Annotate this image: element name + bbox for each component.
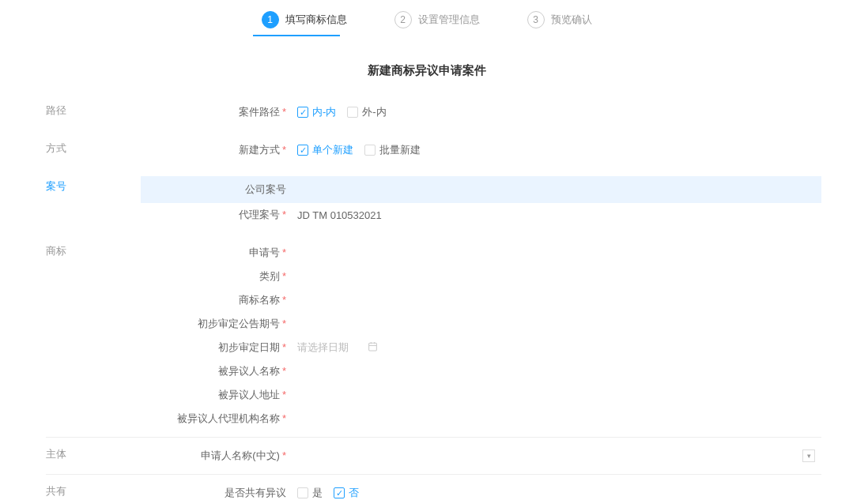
step-underline	[253, 35, 340, 36]
calendar-icon	[368, 341, 378, 354]
step-1[interactable]: 1 填写商标信息	[262, 11, 347, 28]
field-opposed-addr-label: 被异议人地址*	[141, 388, 293, 402]
checkbox-inner-inner[interactable]: ✓ 内-内	[297, 105, 336, 119]
field-prelim-date-label: 初步审定日期*	[141, 340, 293, 355]
field-prelim-pub-no-value[interactable]	[293, 312, 821, 336]
field-company-case-no-label: 公司案号	[141, 182, 293, 197]
field-case-path-label: 案件路径*	[141, 105, 293, 119]
step-3-circle: 3	[527, 11, 545, 28]
field-applicant-cn-value[interactable]: ▾	[293, 444, 821, 468]
step-2-circle: 2	[394, 11, 412, 28]
section-path: 路径 案件路径* ✓ 内-内 外-内	[46, 100, 821, 124]
section-subject: 主体 申请人名称(中文)* ▾	[46, 444, 821, 468]
field-opposed-addr-value[interactable]	[293, 383, 821, 407]
step-2[interactable]: 2 设置管理信息	[394, 11, 480, 28]
field-category-label: 类别*	[141, 269, 293, 284]
field-agent-case-no-value[interactable]: JD TM 010532021	[297, 209, 382, 221]
section-case-no-label: 案号	[46, 176, 141, 194]
checkbox-outer-inner[interactable]: 外-内	[347, 105, 386, 119]
checkbox-single-new-label: 单个新建	[312, 143, 353, 157]
field-prelim-date-value[interactable]: 请选择日期	[293, 336, 821, 359]
checkbox-inner-inner-label: 内-内	[312, 105, 336, 119]
section-trademark-label: 商标	[46, 241, 141, 258]
section-joint-label: 共有	[46, 481, 141, 498]
section-case-no: 案号 公司案号 代理案号* JD TM 010532021	[46, 176, 821, 227]
field-company-case-no-value[interactable]	[293, 178, 821, 201]
section-path-label: 路径	[46, 100, 141, 118]
chevron-down-icon[interactable]: ▾	[802, 449, 815, 462]
field-tm-name-label: 商标名称*	[141, 293, 293, 307]
checkbox-batch-new-label: 批量新建	[379, 143, 421, 157]
checkbox-joint-yes[interactable]: 是	[297, 486, 323, 500]
step-3-num: 3	[533, 14, 538, 25]
field-applicant-cn-label: 申请人名称(中文)*	[141, 449, 293, 463]
section-trademark: 商标 申请号* 类别* 商标名称* 初步审定公告期号* 初步审定日期*	[46, 241, 821, 431]
checkbox-batch-new[interactable]: 批量新建	[364, 143, 421, 157]
field-agent-case-no-label: 代理案号*	[141, 208, 293, 222]
field-category-value[interactable]	[293, 265, 821, 288]
step-2-label: 设置管理信息	[418, 13, 480, 27]
section-joint: 共有 是否共有异议 是 ✓ 否	[46, 481, 821, 504]
field-app-no-value[interactable]	[293, 241, 821, 265]
section-subject-label: 主体	[46, 444, 141, 461]
field-opposed-name-value[interactable]	[293, 359, 821, 383]
field-app-no-label: 申请号*	[141, 246, 293, 260]
field-opposed-agent-value[interactable]	[293, 407, 821, 431]
checkbox-single-new[interactable]: ✓ 单个新建	[297, 143, 353, 157]
svg-rect-0	[369, 343, 377, 351]
field-tm-name-value[interactable]	[293, 288, 821, 312]
section-method-label: 方式	[46, 138, 141, 156]
prelim-date-placeholder: 请选择日期	[297, 340, 349, 355]
field-opposed-agent-label: 被异议人代理机构名称*	[141, 412, 293, 426]
step-3[interactable]: 3 预览确认	[527, 11, 592, 28]
section-method: 方式 新建方式* ✓ 单个新建 批量新建	[46, 138, 821, 162]
form-area: 路径 案件路径* ✓ 内-内 外-内 方式	[0, 100, 853, 504]
page-title: 新建商标异议申请案件	[0, 63, 853, 78]
checkbox-joint-no-label: 否	[349, 486, 359, 500]
checkbox-outer-inner-label: 外-内	[362, 105, 386, 119]
step-2-num: 2	[400, 14, 406, 25]
field-is-joint-label: 是否共有异议	[141, 486, 293, 500]
checkbox-joint-no[interactable]: ✓ 否	[334, 486, 359, 500]
step-1-circle: 1	[262, 11, 279, 28]
step-1-num: 1	[267, 14, 273, 25]
step-3-label: 预览确认	[551, 13, 592, 27]
checkbox-joint-yes-label: 是	[312, 486, 323, 500]
stepper: 1 填写商标信息 2 设置管理信息 3 预览确认	[0, 0, 853, 33]
field-new-method-label: 新建方式*	[141, 143, 293, 157]
step-1-label: 填写商标信息	[285, 13, 347, 27]
field-opposed-name-label: 被异议人名称*	[141, 364, 293, 378]
field-prelim-pub-no-label: 初步审定公告期号*	[141, 317, 293, 331]
